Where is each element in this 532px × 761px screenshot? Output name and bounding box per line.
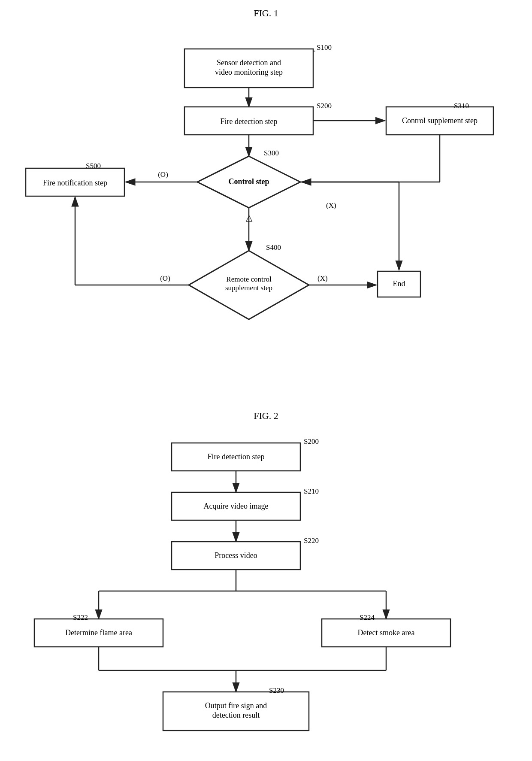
svg-text:S210: S210: [304, 487, 319, 495]
svg-text:S200: S200: [317, 102, 332, 110]
svg-text:Fire notification step: Fire notification step: [43, 179, 107, 187]
svg-text:Fire detection step: Fire detection step: [208, 452, 265, 461]
svg-text:S220: S220: [304, 537, 319, 545]
svg-text:detection result: detection result: [212, 711, 260, 719]
svg-text:S310: S310: [454, 102, 469, 110]
svg-text:(O): (O): [158, 170, 168, 179]
fig1-title: FIG. 1: [0, 0, 532, 23]
svg-text:(X): (X): [326, 201, 336, 209]
svg-text:Output fire sign and: Output fire sign and: [205, 701, 267, 710]
svg-text:Detect smoke area: Detect smoke area: [358, 628, 415, 637]
fig2-title: FIG. 2: [0, 403, 532, 426]
svg-text:(O): (O): [160, 274, 170, 282]
svg-text:Acquire video image: Acquire video image: [204, 502, 269, 510]
fig2-diagram: Fire detection step S200 Acquire video i…: [0, 426, 532, 761]
page-container: FIG. 1 Sensor detection and video monito…: [0, 0, 532, 761]
svg-text:S500: S500: [86, 162, 101, 170]
svg-text:S100: S100: [317, 43, 332, 52]
svg-text:Control step: Control step: [228, 177, 269, 186]
svg-text:S222: S222: [73, 613, 88, 622]
fig1-diagram: Sensor detection and video monitoring st…: [0, 23, 532, 398]
svg-text:S230: S230: [269, 686, 284, 694]
svg-text:(X): (X): [317, 274, 328, 282]
svg-text:supplement step: supplement step: [225, 284, 272, 292]
svg-text:End: End: [393, 279, 405, 288]
svg-text:S200: S200: [304, 437, 319, 446]
svg-text:Determine flame area: Determine flame area: [65, 628, 132, 637]
svg-text:Control supplement step: Control supplement step: [402, 116, 478, 125]
svg-text:Sensor detection and: Sensor detection and: [217, 58, 281, 67]
svg-text:Remote control: Remote control: [226, 275, 272, 283]
svg-text:S300: S300: [264, 149, 279, 157]
svg-text:video monitoring step: video monitoring step: [215, 68, 283, 76]
svg-text:Process video: Process video: [215, 551, 257, 560]
svg-text:S224: S224: [360, 613, 375, 622]
svg-text:S400: S400: [266, 243, 281, 252]
svg-text:Fire detection step: Fire detection step: [221, 117, 278, 126]
